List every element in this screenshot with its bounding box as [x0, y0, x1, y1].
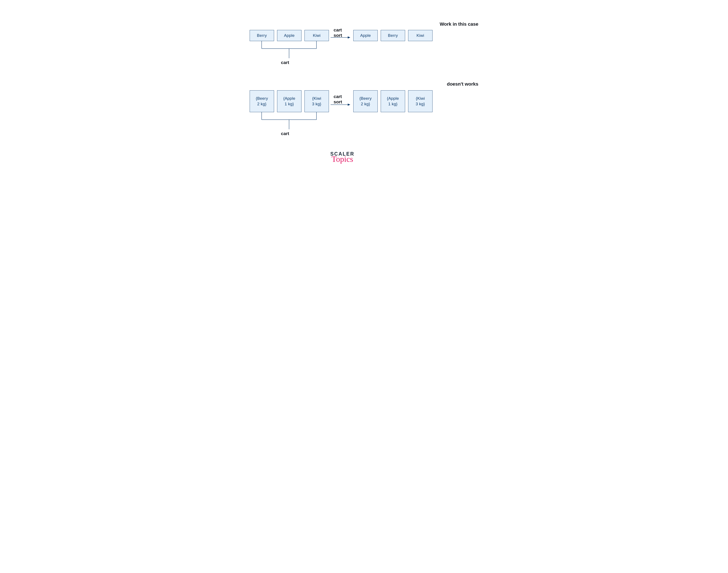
row1-left-box-1: Berry	[250, 30, 274, 41]
row2-arrow-top-label: cart	[334, 94, 342, 99]
svg-marker-1	[348, 36, 350, 39]
logo-line2: Topics	[326, 156, 358, 162]
row2-arrow-icon	[330, 102, 350, 107]
row2-right-box-3: {Kiwi 3 kg}	[408, 90, 433, 112]
row2-right-text-1: {Beery 2 kg}	[359, 96, 372, 107]
row2-left-box-1: {Beery 2 kg}	[250, 90, 274, 112]
row1-left-text-3: Kiwi	[313, 33, 321, 38]
row1-bracket	[250, 41, 318, 61]
row1-left-text-1: Berry	[257, 33, 267, 38]
row2-right-box-2: {Apple 1 kg}	[381, 90, 405, 112]
row1-right-text-2: Berry	[388, 33, 398, 38]
row2-right-text-3: {Kiwi 3 kg}	[416, 96, 425, 107]
row2-left-text-1: {Beery 2 kg}	[256, 96, 268, 107]
row2-left-box-2: {Apple 1 kg}	[277, 90, 301, 112]
row1-right-box-3: Kiwi	[408, 30, 433, 41]
row2-bracket	[250, 112, 318, 133]
row1-bracket-label: cart	[281, 60, 289, 65]
row2-left-box-3: {Kiwi 3 kg}	[304, 90, 329, 112]
row2-right-text-2: {Apple 1 kg}	[387, 96, 399, 107]
row2-left-text-2: {Apple 1 kg}	[283, 96, 295, 107]
row2-heading: doesn't works	[447, 81, 478, 87]
row2-right-box-1: {Beery 2 kg}	[353, 90, 378, 112]
row1-arrow-top-label: cart	[334, 28, 342, 33]
row2-left-text-3: {Kiwi 3 kg}	[312, 96, 321, 107]
row2-bracket-label: cart	[281, 131, 289, 136]
row1-left-box-3: Kiwi	[304, 30, 329, 41]
row1-left-text-2: Apple	[284, 33, 295, 38]
scaler-topics-logo: SCALER Topics	[326, 152, 358, 162]
row1-arrow-icon	[330, 35, 350, 40]
svg-marker-7	[348, 104, 350, 106]
row1-right-text-3: Kiwi	[417, 33, 424, 38]
row1-right-text-1: Apple	[360, 33, 371, 38]
row1-right-box-1: Apple	[353, 30, 378, 41]
row1-heading: Work in this case	[440, 21, 478, 27]
row1-right-box-2: Berry	[381, 30, 405, 41]
row1-left-box-2: Apple	[277, 30, 301, 41]
